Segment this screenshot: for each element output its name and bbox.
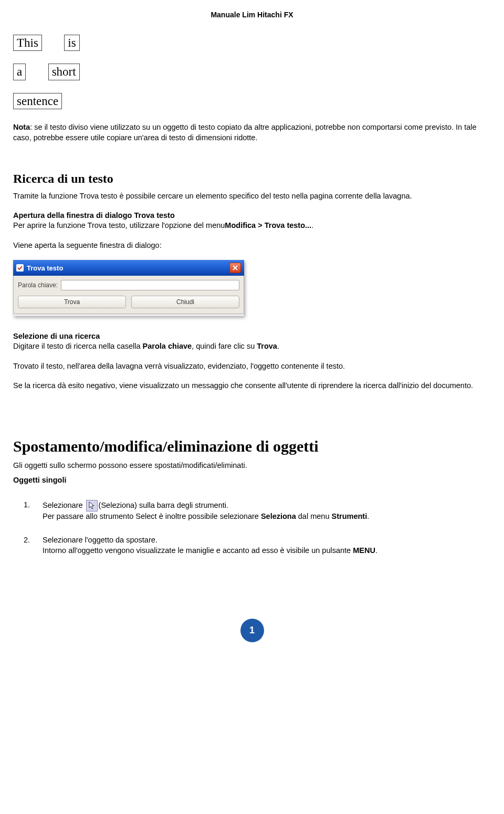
body-text: Per aprire la funzione Trova testo, util…	[13, 221, 225, 229]
document-header-title: Manuale Lim Hitachi FX	[13, 11, 491, 19]
dialog-body: Parola chiave: Trova Chiudi	[13, 276, 244, 314]
body-paragraph: Tramite la funzione Trova testo è possib…	[13, 191, 491, 202]
text-box: is	[64, 35, 79, 51]
dialog-title-text: Trova testo	[27, 264, 63, 272]
example-text-boxes-figure: This is a short sentence	[13, 35, 491, 109]
body-text: Intorno all'oggetto vengono visualizzate…	[43, 546, 353, 555]
body-text: , quindi fare clic su	[192, 342, 257, 350]
dialog-title-left: Trova testo	[16, 264, 63, 272]
close-icon[interactable]	[229, 263, 241, 273]
ui-term: Parola chiave	[143, 342, 192, 350]
body-paragraph: Per aprire la funzione Trova testo, util…	[13, 221, 491, 231]
keyword-field-row: Parola chiave:	[18, 280, 239, 290]
body-paragraph: Se la ricerca dà esito negativo, viene v…	[13, 381, 491, 391]
note-paragraph: Nota: se il testo diviso viene utilizzat…	[13, 122, 491, 143]
body-text: .	[311, 221, 313, 229]
text-box-row: a short	[13, 64, 491, 80]
find-button[interactable]: Trova	[18, 296, 126, 308]
body-paragraph: Viene aperta la seguente finestra di dia…	[13, 241, 491, 251]
body-paragraph: Digitare il testo di ricerca nella casel…	[13, 341, 491, 352]
close-button[interactable]: Chiudi	[131, 296, 239, 308]
text-box: a	[13, 64, 26, 80]
dialog-title-bar: Trova testo	[13, 260, 244, 276]
ui-term: Strumenti	[332, 512, 368, 520]
list-item-body: Selezionare (Seleziona) sulla barra degl…	[43, 500, 491, 522]
body-text: (Seleziona) sulla barra degli strumenti.	[99, 501, 228, 509]
text-box-row: This is	[13, 35, 491, 51]
text-box: This	[13, 35, 42, 51]
body-text: Per passare allo strumento Select è inol…	[43, 512, 261, 520]
subheading-selezione: Selezione di una ricerca	[13, 332, 491, 340]
ordered-list: 1. Selezionare (Seleziona) sulla barra d…	[13, 500, 491, 556]
list-number: 1.	[24, 500, 43, 522]
body-text: dal menu	[296, 512, 332, 520]
ui-term: MENU	[353, 546, 375, 555]
body-text: .	[277, 342, 279, 350]
body-text: Selezionare	[43, 501, 85, 509]
find-text-dialog: Trova testo Parola chiave: Trova Chiudi	[13, 260, 244, 316]
cursor-arrow-icon	[86, 500, 98, 512]
list-number: 2.	[24, 535, 43, 556]
section-heading-spostamento: Spostamento/modifica/eliminazione di ogg…	[13, 437, 491, 455]
ui-term: Seleziona	[261, 512, 296, 520]
dialog-app-icon	[16, 264, 24, 272]
keyword-input[interactable]	[61, 280, 239, 290]
menu-path: Modifica > Trova testo...	[225, 221, 311, 229]
text-box: sentence	[13, 93, 62, 109]
dialog-button-row: Trova Chiudi	[18, 296, 239, 308]
list-item: 2. Selezionare l'oggetto da spostare. In…	[24, 535, 491, 556]
ui-term: Trova	[257, 342, 277, 350]
note-text: : se il testo diviso viene utilizzato su…	[13, 123, 477, 142]
body-text: .	[367, 512, 369, 520]
dialog-bottom-shadow	[13, 314, 244, 316]
body-paragraph: Gli oggetti sullo schermo possono essere…	[13, 461, 491, 471]
list-item-body: Selezionare l'oggetto da spostare. Intor…	[43, 535, 491, 556]
body-text: Selezionare l'oggetto da spostare.	[43, 536, 158, 544]
note-label: Nota	[13, 123, 30, 131]
page: Manuale Lim Hitachi FX This is a short s…	[0, 0, 504, 663]
text-box: short	[48, 64, 80, 80]
subheading-oggetti-singoli: Oggetti singoli	[13, 476, 491, 484]
list-item: 1. Selezionare (Seleziona) sulla barra d…	[24, 500, 491, 522]
text-box-row: sentence	[13, 93, 491, 109]
body-paragraph: Trovato il testo, nell'area della lavagn…	[13, 361, 491, 372]
body-text: Digitare il testo di ricerca nella casel…	[13, 342, 143, 350]
keyword-label: Parola chiave:	[18, 281, 58, 289]
section-heading-ricerca: Ricerca di un testo	[13, 172, 491, 186]
page-number-badge: 1	[240, 619, 264, 642]
body-text: .	[375, 546, 377, 555]
subheading-apertura: Apertura della finestra di dialogo Trova…	[13, 211, 491, 220]
